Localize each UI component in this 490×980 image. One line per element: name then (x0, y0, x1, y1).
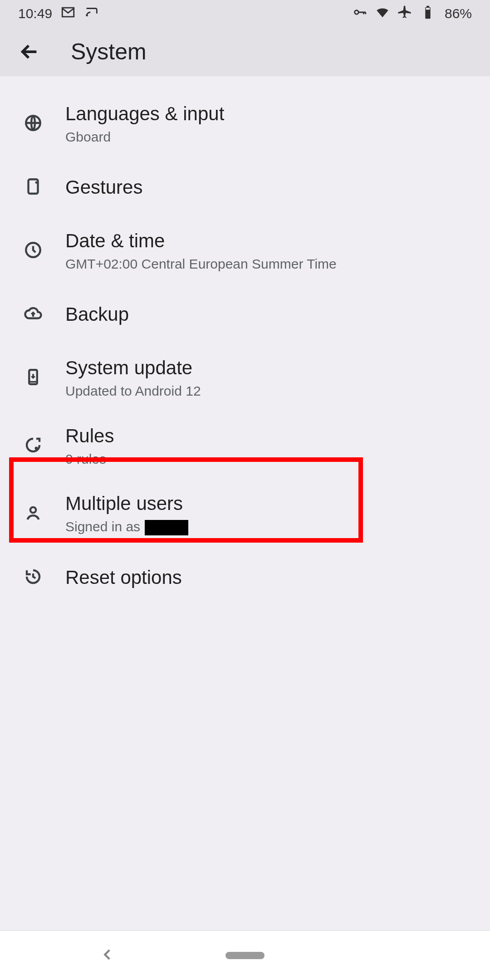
rules-icon (24, 436, 43, 456)
nav-home-pill[interactable] (225, 952, 265, 959)
row-subtitle: Gboard (65, 129, 476, 145)
globe-icon (24, 113, 43, 134)
gmail-icon (60, 5, 76, 23)
battery-percentage: 86% (445, 6, 472, 21)
row-languages-input[interactable]: Languages & input Gboard (0, 90, 490, 158)
svg-point-9 (35, 447, 38, 450)
status-time: 10:49 (18, 6, 52, 21)
row-system-update[interactable]: System update Updated to Android 12 (0, 344, 490, 412)
row-title: Reset options (65, 567, 476, 588)
svg-rect-6 (29, 179, 38, 194)
system-update-icon (24, 368, 43, 388)
history-icon (24, 567, 43, 588)
status-bar: 10:49 86% (0, 0, 490, 27)
wifi-icon (375, 5, 390, 23)
row-title: Date & time (65, 230, 476, 252)
row-title: Backup (65, 304, 476, 325)
vpn-key-icon (352, 5, 368, 23)
row-rules[interactable]: Rules 0 rules (0, 412, 490, 480)
row-subtitle: 0 rules (65, 451, 476, 467)
row-subtitle: Updated to Android 12 (65, 383, 476, 399)
row-gestures[interactable]: Gestures (0, 158, 490, 217)
navigation-bar (0, 930, 490, 980)
svg-rect-3 (426, 5, 429, 7)
svg-point-1 (355, 10, 359, 14)
back-button[interactable] (18, 40, 41, 63)
row-reset-options[interactable]: Reset options (0, 548, 490, 607)
row-subtitle: Signed in as (65, 519, 476, 535)
app-bar: System (0, 27, 490, 76)
row-backup[interactable]: Backup (0, 285, 490, 344)
svg-point-10 (30, 507, 36, 513)
row-date-time[interactable]: Date & time GMT+02:00 Central European S… (0, 217, 490, 285)
row-title: Languages & input (65, 103, 476, 125)
row-subtitle: GMT+02:00 Central European Summer Time (65, 256, 476, 272)
row-title: Gestures (65, 176, 476, 198)
row-title: System update (65, 357, 476, 379)
person-icon (24, 504, 43, 524)
redacted-username (145, 520, 188, 535)
row-multiple-users[interactable]: Multiple users Signed in as (0, 480, 490, 548)
battery-icon (420, 5, 436, 23)
row-title: Rules (65, 425, 476, 447)
clock-icon (24, 240, 43, 261)
svg-rect-4 (426, 8, 430, 10)
cast-icon (84, 5, 99, 23)
gestures-icon (24, 177, 43, 198)
svg-point-0 (86, 15, 88, 16)
row-title: Multiple users (65, 493, 476, 514)
settings-list: Languages & input Gboard Gestures Date &… (0, 76, 490, 607)
nav-back-button[interactable] (100, 947, 115, 964)
page-title: System (71, 39, 147, 65)
airplane-icon (397, 5, 413, 23)
cloud-upload-icon (24, 304, 43, 325)
